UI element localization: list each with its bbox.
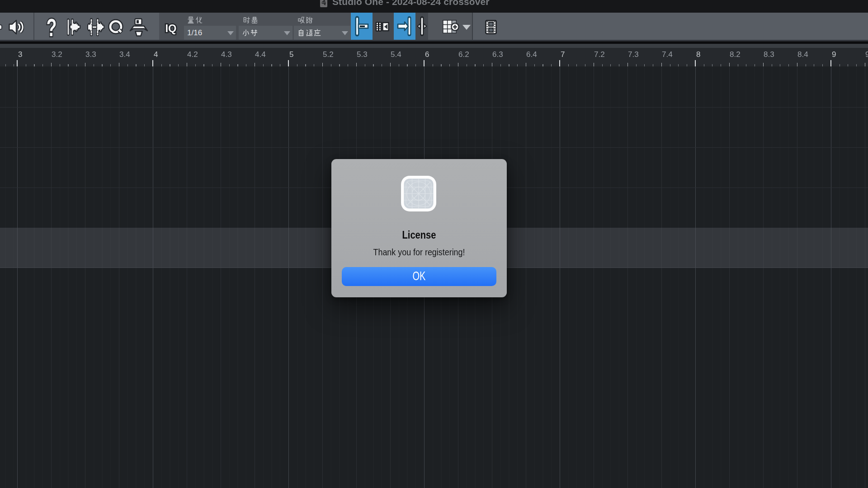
svg-text:Thank you for registering!: Thank you for registering! xyxy=(373,247,465,257)
svg-text:IQ: IQ xyxy=(165,23,177,34)
svg-text:License: License xyxy=(402,229,436,241)
svg-text:?: ? xyxy=(47,15,57,39)
svg-text:OK: OK xyxy=(413,269,426,283)
